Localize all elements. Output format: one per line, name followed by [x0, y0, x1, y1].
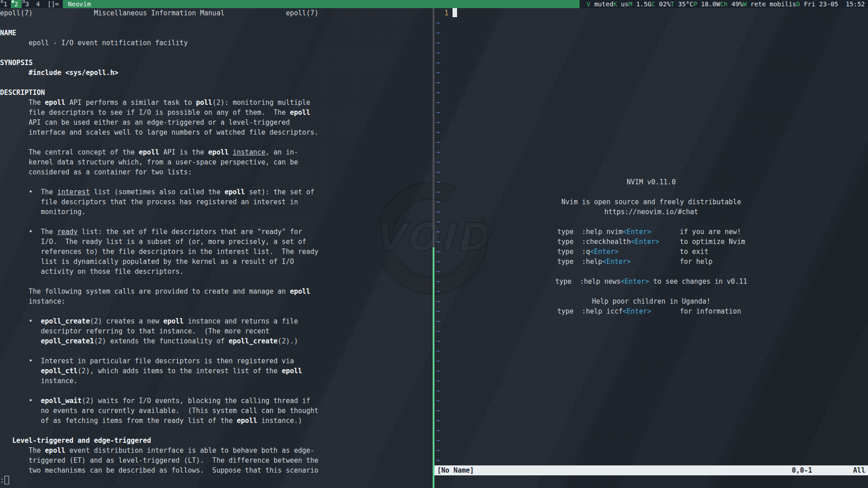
- workspace-tag-1[interactable]: 1: [0, 0, 11, 8]
- top-status-bar: 1234 []= Neovim V muted K us M 1.5G C 02…: [0, 0, 868, 8]
- tag-client-indicator: [12, 0, 14, 3]
- pager-prompt[interactable]: :: [0, 475, 433, 485]
- terminal-cursor-hollow: [5, 476, 9, 484]
- desktop: VOID 1234 []= Neovim V muted K us M 1.5G…: [0, 0, 868, 488]
- workspace-tags: 1234: [0, 0, 43, 8]
- terminal-man-page[interactable]: epoll(7) Miscellaneous Information Manua…: [0, 8, 433, 488]
- tag-client-indicator: [1, 0, 3, 3]
- focused-window-title: Neovim: [63, 0, 579, 8]
- buffer-name: [No Name]: [437, 465, 474, 475]
- nvim-line-1[interactable]: 1: [436, 8, 457, 18]
- system-status-text: V muted K us M 1.5G C 02% T 35°C P 18.0W…: [580, 0, 868, 8]
- line-number: 1: [436, 9, 453, 17]
- layout-symbol[interactable]: []=: [43, 0, 63, 8]
- ruler: 0,0-1 All: [792, 465, 865, 475]
- workspace-tag-2[interactable]: 2: [11, 0, 22, 8]
- workspace-tag-3[interactable]: 3: [22, 0, 33, 8]
- workspace-tag-4[interactable]: 4: [33, 0, 43, 8]
- nvim-cursor: [453, 8, 457, 17]
- nvim-statusline: [No Name] 0,0-1 All: [434, 465, 868, 475]
- neovim-window[interactable]: 1 ~~~~~~~~~~~~~~~~~~~~~~~~~~~~~~~~~~~~~~…: [434, 8, 868, 488]
- tag-client-indicator: [23, 0, 25, 3]
